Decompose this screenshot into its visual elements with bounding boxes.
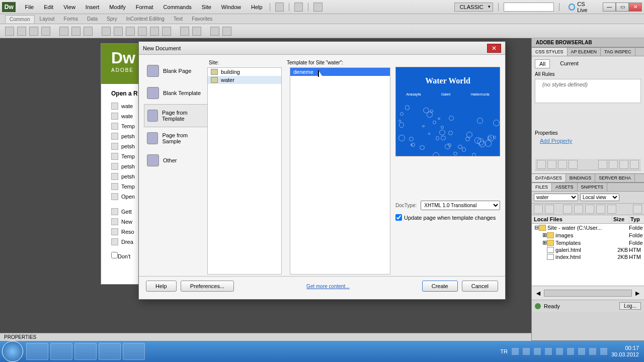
site-item[interactable]: building xyxy=(208,68,281,76)
tray-icon[interactable] xyxy=(523,348,530,355)
tool-icon[interactable] xyxy=(59,27,68,36)
lang-indicator[interactable]: TR xyxy=(500,348,508,354)
files-tool-icon[interactable] xyxy=(534,205,543,214)
insert-tab-data[interactable]: Data xyxy=(83,15,102,23)
log-button[interactable]: Log... xyxy=(619,302,641,310)
site-select[interactable]: water xyxy=(534,194,578,201)
tool-icon[interactable] xyxy=(180,27,189,36)
get-icon[interactable] xyxy=(563,205,572,214)
cslive-link[interactable]: CS Live xyxy=(565,1,600,13)
properties-panel-title[interactable]: PROPERTIES xyxy=(0,333,531,341)
category-blank-template[interactable]: Blank Template xyxy=(144,82,208,104)
category-page-from-sample[interactable]: Page from Sample xyxy=(144,127,208,149)
taskbar-item[interactable] xyxy=(74,343,97,360)
workspace-switcher[interactable]: CLASSIC xyxy=(454,3,493,12)
dialog-titlebar[interactable]: New Document ✕ xyxy=(139,42,505,55)
taskbar-item[interactable] xyxy=(26,343,48,360)
tray-icon[interactable] xyxy=(578,348,585,355)
css-current-tab[interactable]: Current xyxy=(556,59,583,68)
start-button[interactable] xyxy=(2,341,23,362)
tray-icon[interactable] xyxy=(512,348,519,355)
preferences-button[interactable]: Preferences... xyxy=(181,281,234,292)
expand-icon[interactable] xyxy=(633,205,642,214)
category-page-from-template[interactable]: Page from Template xyxy=(144,104,208,127)
css-tool-icon[interactable] xyxy=(609,160,618,169)
dialog-close-button[interactable]: ✕ xyxy=(487,44,501,53)
tab-bindings[interactable]: BINDINGS xyxy=(566,174,596,182)
tray-icon[interactable] xyxy=(545,348,552,355)
menu-site[interactable]: Site xyxy=(197,2,216,12)
css-all-tab[interactable]: All xyxy=(535,59,550,68)
update-checkbox[interactable] xyxy=(395,214,402,221)
tab-ap-elemen[interactable]: AP ELEMEN xyxy=(568,48,601,56)
tree-row[interactable]: galeri.html2KBHTM xyxy=(532,246,644,253)
css-tool-icon[interactable] xyxy=(537,160,546,169)
menu-view[interactable]: View xyxy=(58,2,80,12)
refresh-icon[interactable] xyxy=(545,205,554,214)
tree-row[interactable]: ⊞imagesFolde xyxy=(532,231,644,239)
sync-icon[interactable] xyxy=(607,205,616,214)
cancel-button[interactable]: Cancel xyxy=(462,281,498,292)
taskbar-item[interactable] xyxy=(123,343,145,360)
css-tool-icon[interactable] xyxy=(558,160,567,169)
category-other[interactable]: Other xyxy=(144,149,208,171)
checkin-icon[interactable] xyxy=(596,205,605,214)
menu-format[interactable]: Format xyxy=(131,2,158,12)
tool-icon[interactable] xyxy=(102,27,111,36)
template-item[interactable]: deneme xyxy=(290,68,390,76)
tree-row[interactable]: ⊟Site - water (C:\User...Folde xyxy=(532,224,644,231)
tray-icon[interactable] xyxy=(556,348,563,355)
insert-tab-text[interactable]: Text xyxy=(170,15,187,23)
tab-css-styles[interactable]: CSS STYLES xyxy=(532,48,568,56)
tool-icon[interactable] xyxy=(192,27,201,36)
tab-tag-inspec[interactable]: TAG INSPEC xyxy=(601,48,635,56)
create-button[interactable]: Create xyxy=(422,281,458,292)
add-property-link[interactable]: Add Property xyxy=(535,138,641,144)
tray-icon[interactable] xyxy=(534,348,541,355)
checkout-icon[interactable] xyxy=(585,205,594,214)
dont-show-checkbox[interactable] xyxy=(111,252,118,258)
insert-tab-spry[interactable]: Spry xyxy=(103,15,121,23)
sync-icon[interactable] xyxy=(313,3,322,12)
css-tool-icon[interactable] xyxy=(619,160,628,169)
tab-databases[interactable]: DATABASES xyxy=(532,174,566,182)
tool-icon[interactable] xyxy=(162,27,171,36)
browserlab-panel-title[interactable]: ADOBE BROWSERLAB xyxy=(532,38,644,47)
tab-snippets[interactable]: SNIPPETS xyxy=(578,183,608,191)
insert-tab-forms[interactable]: Forms xyxy=(60,15,82,23)
menu-help[interactable]: Help xyxy=(246,2,268,12)
tray-icon[interactable] xyxy=(600,348,607,355)
tool-icon[interactable] xyxy=(5,27,14,36)
menu-insert[interactable]: Insert xyxy=(80,2,105,12)
tool-icon[interactable] xyxy=(17,27,26,36)
tool-icon[interactable] xyxy=(114,27,123,36)
view-select[interactable]: Local view xyxy=(580,194,619,201)
css-tool-icon[interactable] xyxy=(630,160,639,169)
close-button[interactable]: ✕ xyxy=(629,3,642,12)
tool-icon[interactable] xyxy=(222,27,231,36)
insert-tab-favorites[interactable]: Favorites xyxy=(188,15,216,23)
css-tool-icon[interactable] xyxy=(547,160,556,169)
doctype-select[interactable]: XHTML 1.0 Transitional xyxy=(421,201,500,210)
maximize-button[interactable]: ▭ xyxy=(616,3,629,12)
tool-icon[interactable] xyxy=(29,27,38,36)
taskbar-item[interactable] xyxy=(99,343,121,360)
layout-icon[interactable] xyxy=(275,3,284,12)
tool-icon[interactable] xyxy=(210,27,219,36)
css-tool-icon[interactable] xyxy=(598,160,607,169)
get-more-content-link[interactable]: Get more content... xyxy=(306,284,350,289)
site-item[interactable]: water xyxy=(208,76,281,84)
tool-icon[interactable] xyxy=(71,27,80,36)
insert-tab-common[interactable]: Common xyxy=(5,15,35,23)
tool-icon[interactable] xyxy=(126,27,135,36)
tree-row[interactable]: ⊞TemplatesFolde xyxy=(532,239,644,246)
help-button[interactable]: Help xyxy=(146,281,177,292)
minimize-button[interactable]: — xyxy=(603,3,616,12)
taskbar-item[interactable] xyxy=(50,343,72,360)
tool-icon[interactable] xyxy=(138,27,147,36)
category-blank-page[interactable]: Blank Page xyxy=(144,60,208,82)
tray-icon[interactable] xyxy=(589,348,596,355)
tool-icon[interactable] xyxy=(150,27,159,36)
css-tool-icon[interactable] xyxy=(569,160,578,169)
tab-files[interactable]: FILES xyxy=(532,183,552,191)
